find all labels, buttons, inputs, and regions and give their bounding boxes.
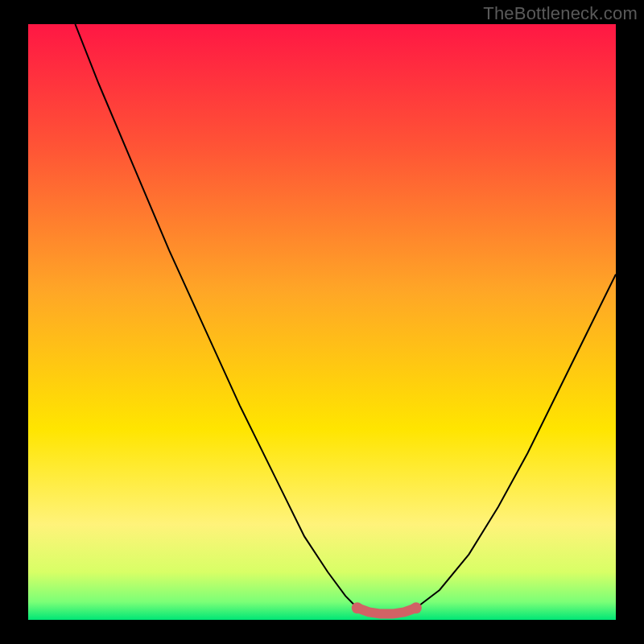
optimal-dot-right [411, 602, 422, 613]
gradient-background [28, 24, 616, 620]
optimal-dot-left [352, 602, 363, 613]
chart-svg [28, 24, 616, 620]
watermark-text: TheBottleneck.com [483, 3, 638, 24]
bottleneck-chart [28, 24, 616, 620]
